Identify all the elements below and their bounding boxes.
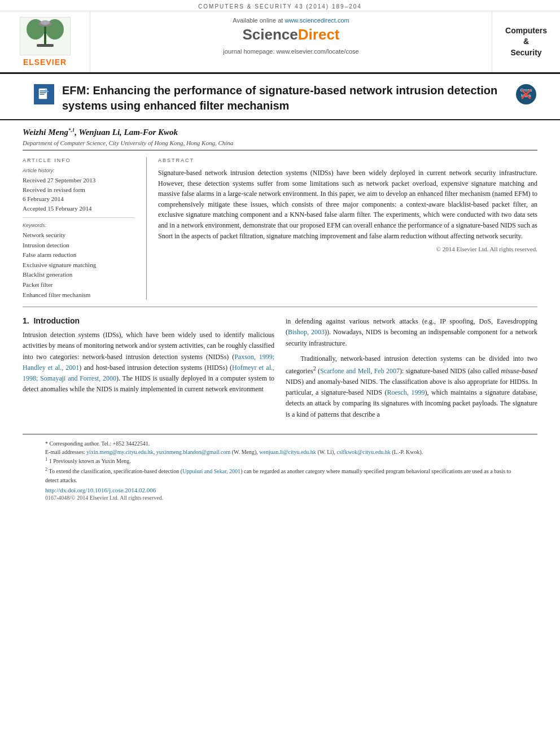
article-info: ARTICLE INFO Article history: Received 2… [23,158,147,300]
ref-scarfone[interactable]: Scarfone and Mell, Feb 2007 [320,367,400,375]
header-right: Computers & Security [492,11,560,72]
accepted-date: Accepted 15 February 2014 [23,204,135,213]
email-meng-2[interactable]: yuxinmeng.blandon@gmail.com [156,449,230,455]
header-center: Available online at www.sciencedirect.co… [90,11,492,72]
direct-text: Direct [298,26,340,43]
keyword-2: Intrusion detection [23,241,135,251]
article-info-label: ARTICLE INFO [23,158,135,163]
received-date: Received 27 September 2013 [23,176,135,185]
email-li[interactable]: wenjuan.li@cityu.edu.hk [259,449,316,455]
crossmark-badge[interactable]: Cross Mark [515,83,537,106]
keyword-5: Blacklist generation [23,270,135,280]
history-label: Article history: [23,168,135,173]
intro-heading: 1. Introduction [23,316,274,325]
abstract-column: ABSTRACT Signature-based network intrusi… [147,158,537,300]
content-columns: ARTICLE INFO Article history: Received 2… [23,150,537,307]
title-text-area: EFM: Enhancing the performance of signat… [62,83,509,113]
elsevier-tree-icon [20,17,71,55]
email-kwok[interactable]: cslfkwok@cityu.edu.hk [336,449,390,455]
sciencedirect-link[interactable]: www.sciencedirect.com [285,17,349,24]
intro-paragraph-1: Intrusion detection systems (IDSs), whic… [23,330,274,395]
journal-name: Computers & Security [505,25,547,59]
footnote-star: * Corresponding author. Tel.: +852 34422… [45,439,515,448]
body-right-column: in defending against various network att… [286,316,537,425]
issn-line: 0167-4048/© 2014 Elsevier Ltd. All right… [45,495,515,501]
journal-citation: COMPUTERS & SECURITY 43 (2014) 189–204 [198,3,362,10]
sciencedirect-logo: ScienceDirect [102,26,480,43]
crossmark-icon: Cross Mark [515,83,537,106]
keyword-6: Packet filter [23,280,135,290]
email-meng-1[interactable]: yixin.meng@my.cityu.edu.hk [86,449,154,455]
info-abstract-container: ARTICLE INFO Article history: Received 2… [23,150,537,307]
keywords-label: Keywords: [23,222,135,228]
keyword-7: Enhanced filter mechanism [23,290,135,300]
intro-paragraph-3: Traditionally, network-based intrusion d… [286,353,537,420]
received-revised-date: 6 February 2014 [23,194,135,204]
footnote-sup2: 2 To extend the classification, specific… [45,466,515,484]
ref-roesch[interactable]: Roesch, 1999 [387,388,425,396]
elsevier-text: ELSEVIER [20,58,71,67]
journal-homepage: journal homepage: www.elsevier.com/locat… [102,48,480,55]
doi-link[interactable]: http://dx.doi.org/10.1016/j.cose.2014.02… [45,487,515,493]
elsevier-logo: ELSEVIER [20,17,71,67]
header-area: ELSEVIER Available online at www.science… [0,11,560,74]
keyword-3: False alarm reduction [23,250,135,260]
footnote-emails: E-mail addresses: yixin.meng@my.cityu.ed… [45,448,515,456]
copyright-line: © 2014 Elsevier Ltd. All rights reserved… [158,246,537,252]
authors-line: Weizhi Meng*,1, Wenjuan Li, Lam-For Kwok [23,127,537,137]
svg-point-6 [41,20,50,25]
received-revised-label: Received in revised form [23,185,135,195]
info-divider [23,217,135,218]
article-title: EFM: Enhancing the performance of signat… [62,83,509,113]
body-left-column: 1. Introduction Intrusion detection syst… [23,316,274,425]
footnotes-area: * Corresponding author. Tel.: +852 34422… [23,434,537,506]
available-online-text: Available online at www.sciencedirect.co… [102,17,480,24]
authors-area: Weizhi Meng*,1, Wenjuan Li, Lam-For Kwok… [0,120,560,150]
authors-rest: , Wenjuan Li, Lam-For Kwok [75,128,178,137]
title-area: EFM: Enhancing the performance of signat… [0,74,560,120]
author-primary: Weizhi Meng [23,128,68,137]
abstract-text: Signature-based network intrusion detect… [158,168,537,241]
svg-rect-4 [37,44,54,47]
body-content: 1. Introduction Intrusion detection syst… [0,307,560,434]
article-icon [34,84,54,104]
science-text: Science [243,26,298,43]
page: COMPUTERS & SECURITY 43 (2014) 189–204 [0,0,560,747]
affiliation: Department of Computer Science, City Uni… [23,139,537,146]
header-left: ELSEVIER [0,11,90,72]
abstract-label: ABSTRACT [158,158,537,163]
ref-uppuluri[interactable]: Uppuluri and Sekar, 2001 [182,469,240,475]
keyword-1: Network security [23,230,135,241]
keyword-4: Exclusive signature matching [23,260,135,270]
document-icon [38,88,50,101]
journal-banner: COMPUTERS & SECURITY 43 (2014) 189–204 [0,0,560,11]
intro-paragraph-2: in defending against various network att… [286,316,537,349]
author-sup: *,1 [68,127,75,133]
ref-bishop[interactable]: Bishop, 2003 [288,328,325,336]
footnote-sup1: 1 1 Previously known as Yuxin Meng. [45,456,515,465]
